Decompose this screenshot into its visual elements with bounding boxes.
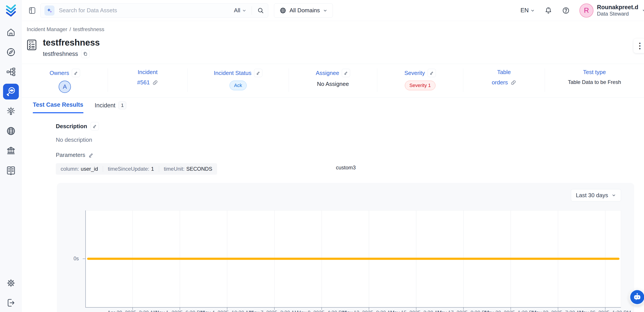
edit-pencil-icon [430, 71, 434, 75]
tab-label: Test Case Results [33, 101, 83, 108]
edit-owners-button[interactable] [72, 69, 80, 77]
severity-label[interactable]: Severity [404, 70, 425, 76]
sidebar-item-explore[interactable] [3, 44, 19, 60]
detail-severity: Severity Severity 1 [377, 68, 463, 93]
top-bar: Search for Data Assets All [22, 0, 644, 21]
assignee-label[interactable]: Assignee [316, 70, 339, 76]
domains-globe-icon [6, 126, 16, 136]
breadcrumb-testfreshness[interactable]: testfreshness [73, 26, 104, 33]
parameter-value: user_id [81, 166, 98, 172]
x-axis-tick-mark [322, 307, 322, 310]
panel-toggle-icon [28, 6, 36, 15]
x-axis-labels: Apr 29, 2025, 3:30 AMMay 1, 2025, 6:30 P… [86, 307, 621, 312]
test-case-checklist-icon [26, 39, 38, 51]
owners-label[interactable]: Owners [50, 70, 69, 76]
severity-badge[interactable]: Severity 1 [405, 81, 436, 90]
x-axis-tick-label: May 7, 2025, 2:30 AM [250, 310, 299, 312]
incident-label[interactable]: Incident [138, 69, 158, 76]
observability-search-eye-icon [6, 86, 16, 97]
bell-icon [544, 7, 552, 15]
sidebar-item-insights[interactable] [3, 103, 19, 119]
parameter-value: SECONDS [186, 166, 212, 172]
edit-severity-button[interactable] [428, 69, 436, 77]
search-submit-button[interactable] [257, 7, 264, 14]
sidebar-collapse-button[interactable] [28, 6, 36, 15]
sidebar-item-data-flow[interactable] [3, 64, 19, 80]
parameter-key: column: [60, 166, 79, 172]
incident-status-label[interactable]: Incident Status [214, 70, 252, 76]
parameter-separator [103, 166, 103, 172]
link-icon[interactable] [510, 80, 516, 85]
top-right-cluster: EN [520, 4, 644, 18]
detail-table: Table orders [463, 68, 545, 93]
sidebar-item-observability[interactable] [3, 84, 19, 99]
x-axis-tick-mark [463, 307, 464, 310]
main-area: Search for Data Assets All [22, 0, 644, 312]
table-label[interactable]: Table [497, 69, 511, 76]
tab-incident[interactable]: Incident 1 [95, 101, 126, 113]
chatbot-fab-button[interactable] [629, 289, 644, 305]
detail-test-type: Test type Table Data to be Fresh [545, 68, 644, 93]
sidebar-bottom [3, 275, 19, 311]
x-axis-tick-label: May 26, 2025, 1:30 PM [579, 310, 631, 312]
app-logo-icon[interactable] [4, 4, 17, 17]
ai-sparkle-icon[interactable] [44, 6, 54, 16]
explore-compass-icon [6, 47, 16, 57]
sidebar-item-glossary[interactable] [3, 163, 19, 178]
time-range-label: Last 30 days [576, 192, 608, 199]
parameter-separator [159, 166, 159, 172]
sidebar-item-logout[interactable] [3, 295, 19, 311]
owner-avatar[interactable]: A [59, 81, 71, 93]
freshness-series-line[interactable] [87, 258, 620, 260]
avatar: R [580, 4, 594, 18]
govern-bank-icon [6, 146, 16, 156]
help-button[interactable] [562, 7, 570, 15]
detail-incident: Incident #561 [108, 68, 187, 93]
y-axis-tick-label: 0s [74, 256, 79, 262]
sidebar-item-govern[interactable] [3, 143, 19, 159]
global-search-bar[interactable]: Search for Data Assets All [40, 3, 268, 18]
test-type-label[interactable]: Test type [583, 69, 606, 76]
parameter-value: 1 [151, 166, 154, 172]
language-label: EN [520, 7, 529, 14]
search-scope-label: All [234, 7, 240, 14]
search-icon [257, 7, 264, 14]
all-domains-button[interactable]: All Domains [274, 3, 333, 18]
sidebar-item-settings[interactable] [3, 275, 19, 291]
page-title: testfreshness [43, 38, 100, 48]
details-strip: Owners A Incident #561 [22, 64, 644, 97]
more-actions-button[interactable]: ⋮ [634, 39, 644, 53]
edit-incident-status-button[interactable] [254, 69, 262, 77]
incident-number-link[interactable]: #561 [137, 79, 150, 86]
chart-plot-area[interactable]: 0s Apr 29, 2025, 3:30 AMMay 1, 2025, 6:3… [85, 210, 621, 307]
annotation-custom3: custom3 [336, 165, 356, 171]
user-menu[interactable]: R Rounakpreet.d Data Steward [580, 4, 644, 18]
link-icon[interactable] [152, 80, 158, 85]
edit-assignee-button[interactable] [342, 69, 350, 77]
tab-content: Description No description Parameters co… [22, 113, 644, 312]
sidebar-item-domains[interactable] [3, 123, 19, 139]
globe-icon [280, 7, 286, 14]
detail-owners: Owners A [22, 68, 108, 93]
x-axis-tick-mark [605, 307, 606, 310]
copy-button[interactable] [81, 50, 90, 58]
tab-test-case-results[interactable]: Test Case Results [33, 101, 83, 113]
edit-description-button[interactable] [90, 122, 99, 130]
home-icon [6, 27, 16, 38]
breadcrumb-separator: / [69, 26, 71, 33]
notifications-button[interactable] [544, 7, 552, 15]
breadcrumb-incident-manager[interactable]: Incident Manager [27, 26, 67, 33]
assignee-value: No Assignee [317, 81, 349, 87]
x-axis-tick-label: May 9, 2025, 4:30 PM [297, 310, 346, 312]
x-axis-tick-mark [510, 307, 511, 310]
time-range-dropdown[interactable]: Last 30 days [571, 189, 621, 201]
edit-parameters-pencil-icon[interactable] [88, 152, 94, 158]
tab-count-badge: 1 [118, 101, 126, 109]
table-link[interactable]: orders [492, 79, 508, 86]
language-selector[interactable]: EN [520, 7, 535, 14]
settings-gear-icon [6, 278, 16, 288]
search-input[interactable]: Search for Data Assets [59, 7, 234, 14]
status-badge[interactable]: Ack [230, 81, 247, 90]
sidebar-item-home[interactable] [3, 25, 19, 40]
search-scope-dropdown[interactable]: All [234, 7, 246, 14]
